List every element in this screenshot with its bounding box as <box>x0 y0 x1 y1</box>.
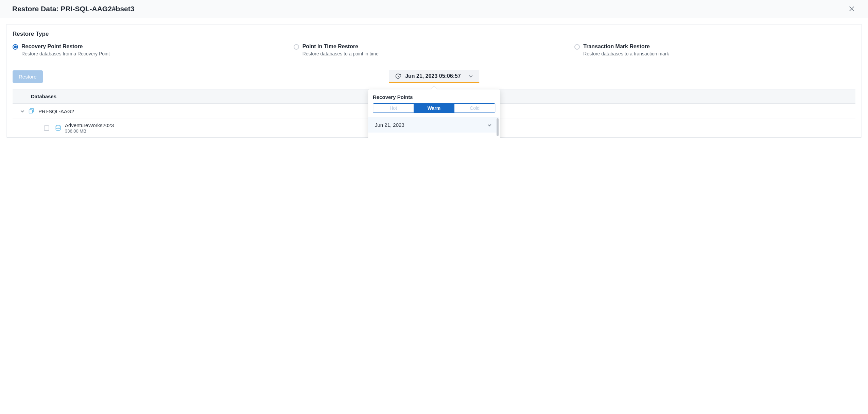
popover-title: Recovery Points <box>368 94 500 103</box>
database-size: 336.00 MB <box>65 128 114 134</box>
tier-tab-hot[interactable]: Hot <box>373 104 414 113</box>
dialog-title: Restore Data: PRI-SQL-AAG2#bset3 <box>12 5 134 13</box>
recovery-points-popover: Recovery Points Hot Warm Cold Jun 21, 20… <box>368 89 500 138</box>
recovery-date-label: Jun 21, 2023 <box>375 122 404 128</box>
server-name: PRI-SQL-AAG2 <box>38 108 74 114</box>
database-name: AdventureWorks2023 <box>65 122 114 128</box>
restore-type-sub: Restore databases to a transaction mark <box>583 51 669 56</box>
server-group-icon <box>28 108 35 115</box>
radio-icon <box>294 44 299 50</box>
restore-type-sub: Restore databases from a Recovery Point <box>21 51 110 56</box>
restore-type-heading: Restore Type <box>13 31 855 37</box>
close-button[interactable] <box>848 5 856 13</box>
restore-type-label: Transaction Mark Restore <box>583 44 669 50</box>
database-checkbox[interactable] <box>44 125 49 131</box>
restore-type-section: Restore Type Recovery Point Restore Rest… <box>6 24 862 64</box>
recovery-point-picker-trigger[interactable]: Jun 21, 2023 05:06:57 <box>389 70 479 83</box>
chevron-down-icon <box>487 123 492 127</box>
restore-type-label: Point in Time Restore <box>302 44 379 50</box>
restore-button[interactable]: Restore <box>13 70 43 83</box>
recovery-point-selected-label: Jun 21, 2023 05:06:57 <box>405 73 461 79</box>
restore-type-option-recovery-point[interactable]: Recovery Point Restore Restore databases… <box>13 44 294 56</box>
restore-type-option-point-in-time[interactable]: Point in Time Restore Restore databases … <box>294 44 575 56</box>
chevron-down-icon <box>20 109 25 114</box>
svg-point-3 <box>56 125 60 127</box>
close-icon <box>849 6 854 12</box>
radio-icon <box>574 44 580 50</box>
dialog-header: Restore Data: PRI-SQL-AAG2#bset3 <box>0 0 868 18</box>
history-icon <box>395 73 401 79</box>
content-section: Restore Jun 21, 2023 05:06:57 <box>6 64 862 137</box>
chevron-down-icon <box>468 74 473 79</box>
restore-type-sub: Restore databases to a point in time <box>302 51 379 56</box>
restore-type-option-transaction-mark[interactable]: Transaction Mark Restore Restore databas… <box>574 44 855 56</box>
radio-icon <box>13 44 18 50</box>
recovery-time-list: 05:06:57 <box>368 133 499 138</box>
main-panel: Restore Type Recovery Point Restore Rest… <box>6 24 862 138</box>
database-icon <box>55 124 62 132</box>
tier-tab-cold[interactable]: Cold <box>454 104 495 113</box>
tier-tabs: Hot Warm Cold <box>373 103 495 113</box>
svg-rect-2 <box>29 110 33 113</box>
tier-tab-warm[interactable]: Warm <box>414 104 454 113</box>
restore-type-label: Recovery Point Restore <box>21 44 110 50</box>
scrollbar[interactable] <box>497 118 499 136</box>
recovery-points-list: Jun 21, 2023 05:06:57 Jun 20, 2023 <box>368 117 500 138</box>
recovery-date-row[interactable]: Jun 21, 2023 <box>368 117 499 133</box>
